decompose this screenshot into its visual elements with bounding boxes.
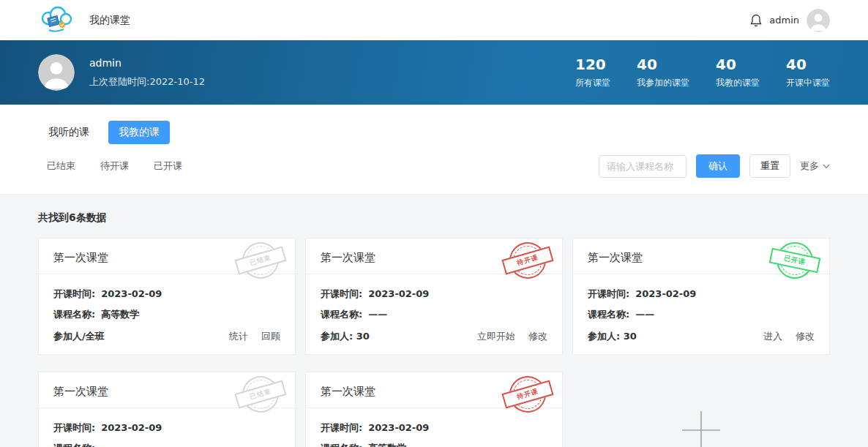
stat-ongoing-classes: 40 开课中课堂 xyxy=(786,56,830,89)
course-card-title: 第一次课堂 xyxy=(53,385,108,398)
card-header: 第一次课堂 已结束 xyxy=(39,238,295,274)
course-name-value: —— xyxy=(635,309,654,320)
participants-label: 参加人: xyxy=(588,331,620,342)
course-name-label: 课程名称: xyxy=(321,309,362,320)
tab-classes-i-attend[interactable]: 我听的课 xyxy=(38,121,100,144)
start-time-value: 2023-02-09 xyxy=(368,288,429,299)
course-name-label: 课程名称: xyxy=(588,309,629,320)
result-count: 共找到6条数据 xyxy=(38,211,830,225)
enter-link[interactable]: 进入 xyxy=(763,330,782,343)
course-list-section: 共找到6条数据 第一次课堂 已结束 开课时间:2023-02-09 课程名称:高… xyxy=(0,194,868,447)
banner-user-info: admin 上次登陆时间:2022-10-12 xyxy=(89,57,205,89)
banner-stats: 120 所有课堂 40 我参加的课堂 40 我教的课堂 40 开课中课堂 xyxy=(575,56,830,89)
stat-label: 开课中课堂 xyxy=(786,77,830,89)
course-card-title: 第一次课堂 xyxy=(588,251,643,264)
topbar-right-group: admin xyxy=(750,9,830,32)
stat-all-classes: 120 所有课堂 xyxy=(575,56,610,89)
course-name-row: 课程名称:—— xyxy=(588,308,815,321)
stat-value: 120 xyxy=(575,56,610,73)
review-link[interactable]: 回顾 xyxy=(261,330,280,343)
course-name-label: 课程名称: xyxy=(53,309,95,320)
start-time-row: 开课时间:2023-02-09 xyxy=(53,421,280,435)
modify-link[interactable]: 修改 xyxy=(528,330,547,343)
add-course-slot[interactable] xyxy=(572,372,830,447)
card-footer: 参加人/全班 统计 回顾 xyxy=(53,330,280,343)
confirm-button[interactable]: 确认 xyxy=(696,154,740,178)
chevron-down-icon xyxy=(823,164,830,169)
course-card[interactable]: 第一次课堂 已开课 开课时间:2023-02-09 课程名称:—— 参加人: 3… xyxy=(572,238,830,355)
start-time-value: 2023-02-09 xyxy=(368,422,429,433)
participants-info: 参加人/全班 xyxy=(53,330,105,343)
banner-username: admin xyxy=(89,57,205,69)
card-header: 第一次课堂 待开课 xyxy=(306,238,562,274)
card-header: 第一次课堂 已开课 xyxy=(573,238,829,274)
reset-button[interactable]: 重置 xyxy=(749,154,790,178)
course-card[interactable]: 第一次课堂 已结束 开课时间:2023-02-09 课程名称:高等数学 参加人/… xyxy=(38,238,296,355)
stat-value: 40 xyxy=(786,56,830,73)
start-now-link[interactable]: 立即开始 xyxy=(477,330,515,343)
statistics-link[interactable]: 统计 xyxy=(229,330,248,343)
status-stamp-started: 已开课 xyxy=(773,238,816,282)
course-name-label: 课程名称: xyxy=(53,443,95,447)
card-body: 开课时间:2023-02-09 课程名称:—— 参加人: 30 立即开始 修改 xyxy=(306,274,562,354)
start-time-row: 开课时间:2023-02-09 xyxy=(53,288,280,301)
stat-label: 我参加的课堂 xyxy=(637,77,689,89)
start-time-label: 开课时间: xyxy=(321,288,362,299)
participants-label: 参加人/全班 xyxy=(53,331,105,342)
status-filters: 已结束 待开课 已开课 xyxy=(38,159,182,173)
header-avatar[interactable] xyxy=(807,9,830,32)
course-name-row: 课程名称:高等数学 xyxy=(53,308,280,321)
banner-avatar xyxy=(38,54,75,91)
card-footer: 参加人: 30 立即开始 修改 xyxy=(321,330,547,343)
card-actions: 立即开始 修改 xyxy=(477,330,547,343)
course-card[interactable]: 第一次课堂 待开课 开课时间:2023-02-09 课程名称:高等数学 参加人:… xyxy=(305,372,563,447)
add-plus-icon[interactable] xyxy=(680,409,722,447)
card-header: 第一次课堂 待开课 xyxy=(306,372,562,408)
stat-joined-classes: 40 我参加的课堂 xyxy=(637,56,689,89)
course-name-row: 课程名称:—— xyxy=(53,442,280,447)
start-time-label: 开课时间: xyxy=(588,288,629,299)
participants-value: 30 xyxy=(624,331,637,342)
main-tabs: 我听的课 我教的课 xyxy=(38,121,830,144)
filter-row: 已结束 待开课 已开课 确认 重置 更多 xyxy=(38,154,830,178)
course-name-value: —— xyxy=(368,309,387,320)
course-name-search-input[interactable] xyxy=(599,155,686,178)
course-card[interactable]: 第一次课堂 待开课 开课时间:2023-02-09 课程名称:—— 参加人: 3… xyxy=(305,238,563,355)
filter-started[interactable]: 已开课 xyxy=(154,159,182,173)
toolbar-section: 我听的课 我教的课 已结束 待开课 已开课 确认 重置 更多 xyxy=(0,105,868,194)
more-dropdown[interactable]: 更多 xyxy=(800,159,830,173)
stat-value: 40 xyxy=(716,56,760,73)
course-name-value: 高等数学 xyxy=(101,309,139,320)
filter-ended[interactable]: 已结束 xyxy=(47,159,75,173)
start-time-row: 开课时间:2023-02-09 xyxy=(321,421,547,435)
last-login-time: 上次登陆时间:2022-10-12 xyxy=(89,75,205,89)
notification-bell-icon[interactable] xyxy=(750,14,762,27)
card-footer: 参加人: 30 进入 修改 xyxy=(588,330,815,343)
participants-info: 参加人: 30 xyxy=(588,330,637,343)
course-card-grid: 第一次课堂 已结束 开课时间:2023-02-09 课程名称:高等数学 参加人/… xyxy=(38,238,830,447)
filter-pending[interactable]: 待开课 xyxy=(100,159,129,173)
start-time-label: 开课时间: xyxy=(53,422,95,433)
course-name-row: 课程名称:—— xyxy=(321,308,547,321)
card-header: 第一次课堂 已结束 xyxy=(39,372,295,408)
course-name-value: 高等数学 xyxy=(368,443,406,447)
header-username[interactable]: admin xyxy=(769,15,799,26)
start-time-row: 开课时间:2023-02-09 xyxy=(588,288,815,301)
card-body: 开课时间:2023-02-09 课程名称:—— 参加人: 30 进入 修改 xyxy=(573,274,829,354)
start-time-row: 开课时间:2023-02-09 xyxy=(321,288,547,301)
course-card[interactable]: 第一次课堂 已结束 开课时间:2023-02-09 课程名称:—— 参加人: 3… xyxy=(38,372,296,447)
course-name-row: 课程名称:高等数学 xyxy=(321,442,547,447)
start-time-label: 开课时间: xyxy=(321,422,362,433)
participants-label: 参加人: xyxy=(321,331,353,342)
start-time-value: 2023-02-09 xyxy=(101,288,162,299)
search-group: 确认 重置 更多 xyxy=(599,154,830,178)
user-summary-banner: admin 上次登陆时间:2022-10-12 120 所有课堂 40 我参加的… xyxy=(0,40,868,105)
course-card-title: 第一次课堂 xyxy=(321,251,375,264)
course-card-title: 第一次课堂 xyxy=(53,251,108,264)
more-label: 更多 xyxy=(800,159,819,173)
tab-classes-i-teach[interactable]: 我教的课 xyxy=(108,121,170,144)
card-actions: 统计 回顾 xyxy=(229,330,280,343)
participants-info: 参加人: 30 xyxy=(321,330,370,343)
start-time-value: 2023-02-09 xyxy=(101,422,162,433)
modify-link[interactable]: 修改 xyxy=(796,330,815,343)
